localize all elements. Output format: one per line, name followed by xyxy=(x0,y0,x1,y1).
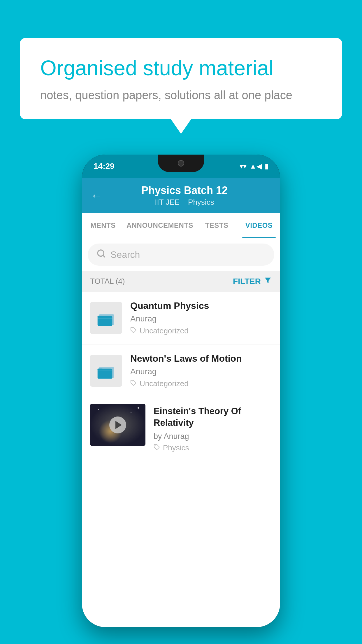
list-item[interactable]: Einstein's Theory Of Relativity by Anura… xyxy=(82,397,280,459)
filter-row: TOTAL (4) FILTER xyxy=(82,271,280,292)
search-icon xyxy=(96,249,106,260)
app-content: ← Physics Batch 12 IIT JEE Physics MENTS… xyxy=(82,178,280,627)
header-title-area: Physics Batch 12 IIT JEE Physics xyxy=(109,184,260,207)
video-thumbnail xyxy=(90,302,122,334)
video-tag: Physics xyxy=(154,443,272,452)
tab-videos[interactable]: VIDEOS xyxy=(238,213,280,238)
svg-rect-8 xyxy=(98,369,103,371)
speech-bubble: Organised study material notes, question… xyxy=(20,38,342,119)
list-item[interactable]: Quantum Physics Anurag Uncategorized xyxy=(82,292,280,344)
status-icons: ▾▾ ▲◀ ▮ xyxy=(240,162,268,170)
video-thumbnail xyxy=(90,355,122,387)
battery-icon: ▮ xyxy=(265,162,268,170)
camera xyxy=(178,160,184,167)
play-icon xyxy=(115,421,122,429)
star xyxy=(98,409,99,410)
search-input-wrap[interactable]: Search xyxy=(88,244,274,266)
video-info: Einstein's Theory Of Relativity by Anura… xyxy=(145,404,272,452)
video-author: Anurag xyxy=(130,314,272,323)
video-title: Newton's Laws of Motion xyxy=(130,353,272,364)
video-tag: Uncategorized xyxy=(130,379,272,388)
notch xyxy=(158,155,204,172)
speech-bubble-area: Organised study material notes, question… xyxy=(20,38,342,119)
video-info: Newton's Laws of Motion Anurag Uncategor… xyxy=(122,353,272,388)
bubble-title: Organised study material xyxy=(40,55,322,80)
svg-line-1 xyxy=(103,255,105,257)
filter-button[interactable]: FILTER xyxy=(233,276,272,286)
filter-label: FILTER xyxy=(233,277,261,286)
phone-outer: 14:29 ▾▾ ▲◀ ▮ ← Physics Batch 12 IIT JEE xyxy=(82,155,280,627)
star xyxy=(138,407,139,409)
video-list: Quantum Physics Anurag Uncategorized xyxy=(82,292,280,459)
signal-icon: ▲◀ xyxy=(249,162,262,170)
header-subtitle-part2: Physics xyxy=(188,198,214,206)
header-subtitle-part1: IIT JEE xyxy=(155,198,180,206)
search-bar: Search xyxy=(82,238,280,271)
search-placeholder: Search xyxy=(110,249,140,260)
list-item[interactable]: Newton's Laws of Motion Anurag Uncategor… xyxy=(82,344,280,397)
status-time: 14:29 xyxy=(94,162,115,171)
video-title: Einstein's Theory Of Relativity xyxy=(154,405,272,429)
back-button[interactable]: ← xyxy=(91,189,102,202)
tabs-bar: MENTS ANNOUNCEMENTS TESTS VIDEOS xyxy=(82,213,280,238)
wifi-icon: ▾▾ xyxy=(240,162,247,170)
tag-label: Uncategorized xyxy=(140,326,189,335)
bubble-subtitle: notes, question papers, solutions all at… xyxy=(40,89,322,102)
tag-icon xyxy=(130,326,137,335)
tab-tests[interactable]: TESTS xyxy=(196,213,238,238)
video-author: by Anurag xyxy=(154,432,272,441)
tag-label: Physics xyxy=(163,443,189,452)
app-header: ← Physics Batch 12 IIT JEE Physics xyxy=(82,178,280,213)
play-button[interactable] xyxy=(109,416,126,433)
svg-rect-4 xyxy=(98,316,103,318)
tag-icon xyxy=(154,443,160,452)
filter-icon xyxy=(264,276,272,286)
header-title: Physics Batch 12 xyxy=(109,184,260,197)
einstein-thumbnail xyxy=(90,404,145,446)
tab-announcements[interactable]: ANNOUNCEMENTS xyxy=(124,213,196,238)
tag-label: Uncategorized xyxy=(140,379,189,388)
phone-frame: 14:29 ▾▾ ▲◀ ▮ ← Physics Batch 12 IIT JEE xyxy=(82,155,280,627)
total-label: TOTAL (4) xyxy=(90,277,125,286)
tag-icon xyxy=(130,379,137,388)
star xyxy=(131,412,131,413)
tab-ments[interactable]: MENTS xyxy=(82,213,124,238)
video-title: Quantum Physics xyxy=(130,300,272,311)
video-author: Anurag xyxy=(130,367,272,376)
header-subtitle: IIT JEE Physics xyxy=(109,198,260,207)
video-tag: Uncategorized xyxy=(130,326,272,335)
video-info: Quantum Physics Anurag Uncategorized xyxy=(122,300,272,335)
